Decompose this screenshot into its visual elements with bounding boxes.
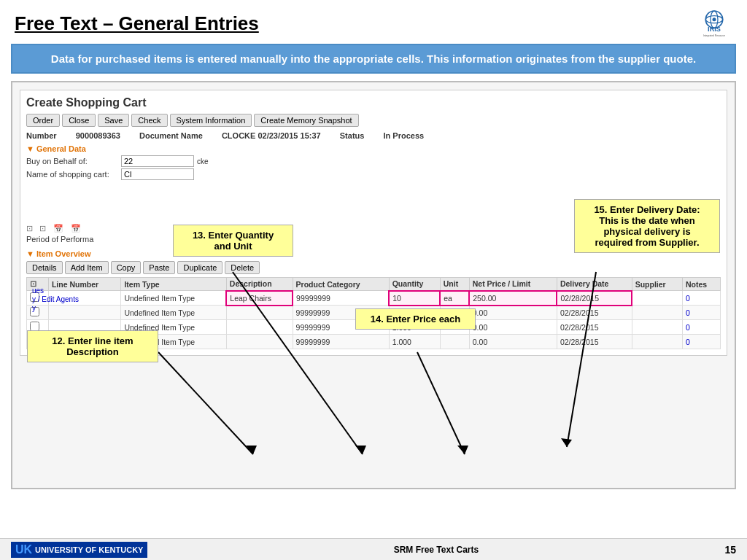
svg-text:IRIS: IRIS	[708, 26, 721, 33]
row2-delivery-date[interactable]: 02/28/2015	[557, 306, 632, 320]
row4-quantity[interactable]: 1.000	[389, 335, 440, 349]
side-links: ues y / Edit Agents y	[32, 287, 79, 313]
uk-k-letter: UK	[15, 543, 32, 556]
svg-marker-13	[561, 438, 572, 447]
col-net-price: Net Price / Limit	[469, 278, 557, 291]
row1-unit[interactable]: ea	[440, 291, 469, 306]
row3-delivery-date[interactable]: 02/28/2015	[557, 320, 632, 335]
copy-button[interactable]: Copy	[111, 261, 142, 274]
memory-snapshot-button[interactable]: Create Memory Snapshot	[254, 114, 358, 127]
row1-product-cat: 99999999	[293, 291, 389, 306]
paste-button[interactable]: Paste	[143, 261, 175, 274]
duplicate-button[interactable]: Duplicate	[177, 261, 222, 274]
blue-banner: Data for purchased items is entered manu…	[11, 44, 736, 74]
order-button[interactable]: Order	[26, 114, 60, 127]
row4-delivery-date[interactable]: 02/28/2015	[557, 335, 632, 349]
doc-info: Number 9000089363 Document Name CLOCKE 0…	[26, 131, 721, 140]
save-button[interactable]: Save	[98, 114, 129, 127]
row4-notes[interactable]: 0	[683, 335, 721, 349]
col-description: Description	[226, 278, 293, 291]
callout-14: 14. Enter Price each	[355, 308, 476, 330]
callout-13: 13. Enter Quantityand Unit	[173, 225, 293, 257]
calendar-icon: 📅	[53, 224, 63, 233]
page-title: Free Text – General Entries	[15, 12, 259, 35]
row2-notes[interactable]: 0	[683, 306, 721, 320]
col-unit: Unit	[440, 278, 469, 291]
row2-description[interactable]	[226, 306, 293, 320]
iris-logo-icon: IRIS Integrated Resource	[696, 7, 732, 40]
number-value: 9000089363	[76, 131, 120, 140]
col-notes: Notes	[683, 278, 721, 291]
doc-name-value: CLOCKE 02/23/2015 15:37	[222, 131, 321, 140]
page-header: Free Text – General Entries IRIS Integra…	[0, 0, 747, 44]
copy-paste-icons: ⊡ ⊡	[26, 224, 46, 233]
row1-delivery-date[interactable]: 02/28/2015	[557, 291, 632, 306]
col-product-category: Product Category	[293, 278, 389, 291]
row1-net-price[interactable]: 250.00	[469, 291, 557, 306]
row1-description[interactable]: Leap Chairs	[226, 291, 293, 306]
number-label: Number	[26, 131, 61, 140]
general-data-section: ▼ General Data Buy on Behalf of: cke Nam…	[26, 144, 721, 180]
main-content: 12. Enter line itemDescription 13. Enter…	[11, 81, 736, 489]
svg-text:Integrated Resource: Integrated Resource	[703, 34, 725, 37]
row3-notes[interactable]: 0	[683, 320, 721, 335]
col-supplier: Supplier	[632, 278, 682, 291]
col-quantity: Quantity	[389, 278, 440, 291]
cart-title: Create Shopping Cart	[26, 96, 721, 109]
callout-12: 12. Enter line itemDescription	[27, 330, 158, 362]
name-cart-label: Name of shopping cart:	[26, 170, 121, 179]
add-item-button[interactable]: Add Item	[65, 261, 109, 274]
row2-supplier	[632, 306, 682, 320]
status-label: Status	[336, 131, 369, 140]
svg-line-6	[158, 352, 253, 454]
item-toolbar: Details Add Item Copy Paste Duplicate De…	[26, 261, 721, 274]
delete-button[interactable]: Delete	[225, 261, 260, 274]
row4-supplier	[632, 335, 682, 349]
row4-unit[interactable]	[440, 335, 469, 349]
uk-logo: UK UNIVERSITY OF KENTUCKY	[11, 542, 147, 558]
system-info-button[interactable]: System Information	[170, 114, 252, 127]
row3-supplier	[632, 320, 682, 335]
row2-item-type: Undefined Item Type	[121, 306, 226, 320]
iris-logo: IRIS Integrated Resource	[696, 7, 732, 40]
svg-marker-9	[355, 446, 366, 454]
cke-suffix: cke	[197, 158, 209, 166]
row3-description[interactable]	[226, 320, 293, 335]
row4-net-price[interactable]: 0.00	[469, 335, 557, 349]
col-delivery-date: Delivery Date	[557, 278, 632, 291]
name-cart-input[interactable]	[121, 168, 194, 180]
row4-product-cat: 99999999	[293, 335, 389, 349]
buy-on-behalf-input[interactable]	[121, 155, 194, 167]
buy-on-behalf-label: Buy on Behalf of:	[26, 157, 121, 166]
footer-center: SRM Free Text Carts	[394, 545, 479, 555]
row4-description[interactable]	[226, 335, 293, 349]
table-row: Undefined Item Type Leap Chairs 99999999…	[27, 291, 721, 306]
uk-label: UNIVERSITY OF KENTUCKY	[35, 545, 143, 554]
row3-net-price[interactable]: 0.00	[469, 320, 557, 335]
calendar-icon-2: 📅	[71, 224, 81, 233]
row1-item-type: Undefined Item Type	[121, 291, 226, 306]
side-link-2[interactable]: y / Edit Agents	[32, 295, 79, 303]
footer: UK UNIVERSITY OF KENTUCKY SRM Free Text …	[0, 538, 747, 560]
footer-page: 15	[724, 544, 736, 556]
general-data-header: ▼ General Data	[26, 144, 721, 153]
doc-name-label: Document Name	[135, 131, 207, 140]
side-link-3[interactable]: y	[32, 304, 79, 312]
check-button[interactable]: Check	[131, 114, 167, 127]
details-button[interactable]: Details	[26, 261, 63, 274]
side-link-1[interactable]: ues	[32, 287, 79, 295]
toolbar: Order Close Save Check System Informatio…	[26, 114, 721, 127]
row1-notes[interactable]: 0	[683, 291, 721, 306]
row1-supplier	[632, 291, 682, 306]
svg-line-10	[417, 352, 465, 454]
row2-net-price[interactable]: 0.00	[469, 306, 557, 320]
svg-point-3	[713, 18, 716, 21]
svg-marker-11	[457, 446, 468, 454]
status-value: In Process	[384, 131, 425, 140]
row1-quantity[interactable]: 10	[389, 291, 440, 306]
callout-15: 15. Enter Delivery Date:This is the date…	[574, 199, 720, 253]
close-button[interactable]: Close	[62, 114, 96, 127]
col-item-type: Item Type	[121, 278, 226, 291]
svg-marker-7	[246, 446, 257, 454]
